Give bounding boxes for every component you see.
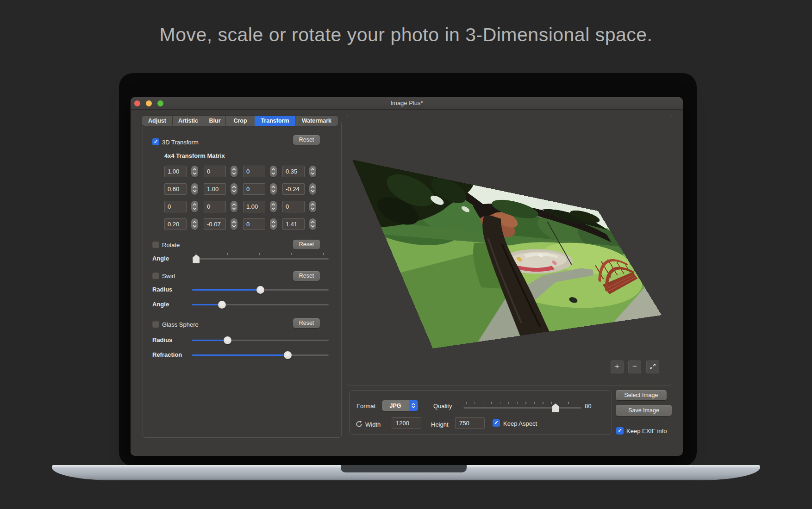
slider-tick	[227, 253, 228, 255]
slider-tick	[525, 402, 526, 404]
matrix-title: 4x4 Transform Matrix	[164, 152, 225, 159]
tab-blur[interactable]: Blur	[204, 116, 225, 126]
stepper-icon[interactable]	[270, 218, 277, 230]
matrix-cell[interactable]: 0	[282, 201, 305, 212]
save-image-button[interactable]: Save Image	[616, 405, 672, 416]
tab-artistic[interactable]: Artistic	[172, 116, 204, 126]
glass-radius-slider[interactable]	[192, 335, 329, 345]
stepper-icon[interactable]	[191, 166, 198, 177]
matrix-cell[interactable]: -0.24	[282, 183, 305, 195]
reset-swirl-button[interactable]: Reset	[293, 271, 320, 281]
slider-thumb[interactable]	[224, 336, 231, 344]
matrix-cell[interactable]: 0	[243, 166, 265, 177]
3d-transform-checkbox[interactable]	[152, 138, 159, 145]
refresh-aspect-icon[interactable]	[355, 420, 363, 428]
quality-slider[interactable]	[463, 403, 581, 413]
slider-thumb[interactable]	[284, 351, 292, 359]
rotate-angle-slider[interactable]	[192, 254, 329, 264]
reset-glass-button[interactable]: Reset	[293, 318, 320, 328]
preview-pane: + −	[346, 115, 672, 385]
slider-fill	[192, 340, 228, 341]
stepper-icon[interactable]	[191, 201, 198, 212]
zoom-out-button[interactable]: −	[628, 360, 641, 373]
photo-park-scene	[352, 160, 662, 348]
slider-tick	[517, 402, 518, 404]
slider-track[interactable]	[192, 258, 329, 260]
stepper-icon[interactable]	[270, 183, 277, 195]
stepper-icon[interactable]	[309, 166, 316, 177]
transformed-photo[interactable]	[352, 160, 662, 348]
stepper-icon[interactable]	[309, 218, 316, 230]
swirl-checkbox[interactable]	[152, 272, 159, 279]
reset-rotate-button[interactable]: Reset	[293, 240, 320, 249]
matrix-cell[interactable]: 0.60	[164, 183, 187, 195]
reset-3d-button[interactable]: Reset	[293, 135, 320, 145]
format-dropdown[interactable]: JPG	[382, 400, 418, 411]
tab-transform[interactable]: Transform	[255, 116, 295, 126]
window-title: Image Plus*	[131, 97, 683, 109]
stepper-icon[interactable]	[231, 201, 237, 212]
swirl-radius-slider[interactable]	[192, 285, 329, 295]
height-input[interactable]: 750	[455, 417, 485, 429]
slider-tick	[543, 402, 543, 404]
tab-adjust[interactable]: Adjust	[142, 116, 172, 126]
swirl-angle-slider[interactable]	[192, 299, 329, 310]
stepper-icon[interactable]	[309, 201, 316, 212]
expand-arrows-icon	[649, 363, 656, 370]
stepper-icon[interactable]	[191, 183, 198, 195]
matrix-cell[interactable]: 0	[204, 166, 226, 177]
slider-thumb[interactable]	[218, 301, 226, 309]
rotate-checkbox[interactable]	[152, 241, 159, 248]
matrix-cell[interactable]: 1.00	[204, 183, 226, 195]
matrix-cell[interactable]: 0.20	[164, 218, 187, 230]
matrix-cell[interactable]: 1.41	[282, 218, 305, 230]
matrix-cell[interactable]: 0.35	[282, 166, 305, 177]
3d-transform-label: 3D Transform	[162, 139, 199, 146]
swirl-radius-slider-row: Radius	[152, 285, 329, 295]
keep-exif-checkbox[interactable]	[616, 427, 624, 435]
slider-thumb[interactable]	[193, 254, 200, 263]
matrix-cell[interactable]: 0	[243, 218, 265, 230]
glass-refraction-slider-row: Refraction	[152, 350, 329, 360]
chevron-up-down-icon	[409, 400, 418, 411]
laptop-lid-notch	[341, 465, 467, 472]
minus-icon: −	[632, 362, 637, 371]
matrix-cell[interactable]: 0	[164, 201, 187, 212]
stepper-icon[interactable]	[231, 166, 237, 177]
zoom-in-button[interactable]: +	[611, 360, 624, 373]
stepper-icon[interactable]	[191, 218, 198, 230]
stepper-icon[interactable]	[231, 218, 237, 230]
select-image-button[interactable]: Select Image	[616, 390, 667, 400]
stepper-icon[interactable]	[270, 166, 277, 177]
matrix-cell[interactable]: 0	[204, 201, 226, 212]
minimize-window-button[interactable]	[146, 100, 152, 106]
matrix-cell[interactable]: -0.07	[204, 218, 226, 230]
slider-tick	[475, 402, 475, 404]
glass-radius-slider-row: Radius	[152, 335, 329, 345]
matrix-cell[interactable]: 1.00	[164, 166, 187, 177]
stepper-icon[interactable]	[309, 183, 316, 195]
fit-to-window-button[interactable]	[646, 360, 659, 373]
slider-track[interactable]	[463, 407, 581, 409]
close-window-button[interactable]	[134, 100, 140, 106]
width-label: Width	[365, 421, 381, 428]
stepper-icon[interactable]	[231, 183, 237, 195]
keep-aspect-checkbox[interactable]	[493, 419, 500, 427]
laptop-base	[52, 465, 760, 480]
tab-crop[interactable]: Crop	[225, 116, 255, 126]
zoom-window-button[interactable]	[157, 100, 163, 106]
matrix-cell[interactable]: 0	[243, 183, 265, 195]
slider-tick	[568, 402, 569, 404]
slider-thumb[interactable]	[552, 403, 559, 412]
tab-watermark[interactable]: Watermark	[295, 116, 338, 126]
slider-thumb[interactable]	[256, 286, 264, 294]
stepper-icon[interactable]	[270, 201, 277, 212]
swirl-angle-label: Angle	[152, 301, 169, 308]
glass-sphere-checkbox[interactable]	[152, 321, 159, 328]
slider-tick	[195, 253, 196, 255]
width-input[interactable]: 1200	[392, 417, 421, 429]
glass-radius-label: Radius	[152, 336, 172, 343]
matrix-cell[interactable]: 1.00	[243, 201, 265, 212]
glass-refraction-slider[interactable]	[192, 350, 329, 360]
quality-label: Quality	[433, 403, 452, 410]
